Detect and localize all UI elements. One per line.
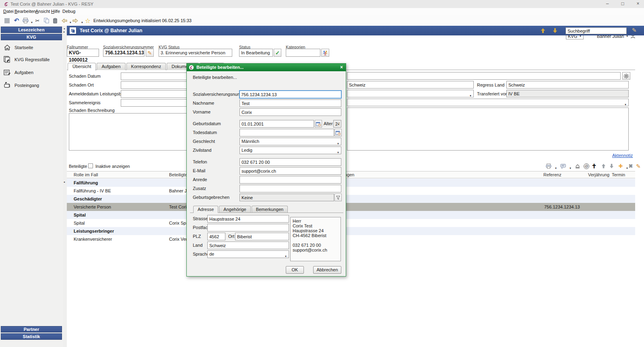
calendar-icon: [316, 121, 321, 127]
dlg-land-input[interactable]: [207, 242, 289, 249]
table-row[interactable]: Fallführung - IV BE Bahner Julian: [67, 187, 635, 195]
tab-uebersicht[interactable]: Übersicht: [68, 63, 96, 70]
geburtsdatum-calendar-button[interactable]: [315, 120, 322, 128]
sidebar-item-startseite[interactable]: Startseite: [3, 43, 33, 52]
table-bell-icon[interactable]: [574, 163, 581, 169]
table-note-caret-icon[interactable]: ▼: [567, 165, 574, 171]
inaktive-checkbox[interactable]: [88, 163, 93, 168]
tab-aufgaben[interactable]: Aufgaben: [97, 63, 125, 70]
sprache-dropdown[interactable]: de▼: [207, 250, 289, 258]
dlg-anrede-input[interactable]: [239, 176, 341, 184]
regress-land-input[interactable]: [506, 81, 629, 89]
sidebar: Lesezeichen KVG Startseite KVG Regressfä…: [0, 26, 63, 347]
svn-edit-button[interactable]: ✎: [146, 49, 154, 57]
table-row-group[interactable]: Geschädigter: [67, 195, 635, 203]
dlg-geschlecht-dropdown[interactable]: Männlich▼: [239, 138, 341, 145]
table-move-down-icon[interactable]: [608, 163, 615, 169]
maximize-button[interactable]: □: [615, 0, 630, 8]
kategorien-button[interactable]: [321, 49, 329, 57]
dlg-geburtsdatum-input[interactable]: [239, 120, 314, 128]
table-print-caret-icon[interactable]: ▼: [552, 165, 559, 171]
scroll-down-icon[interactable]: [553, 28, 557, 33]
table-note-icon[interactable]: [559, 163, 567, 169]
dialog-tab-adresse[interactable]: Adresse: [193, 206, 218, 213]
dlg-svn-input[interactable]: [239, 90, 342, 99]
beteiligte-table-header: Rolle im Fall Beteiligter Bemerkungen Re…: [67, 171, 635, 178]
sidebar-section-kvg[interactable]: KVG: [1, 34, 62, 40]
undo-icon[interactable]: ↶: [13, 17, 20, 24]
table-row-selected[interactable]: Versicherte Person Test Corix 756.1234.1…: [67, 203, 635, 211]
dialog-tab-bemerkungen[interactable]: Bemerkungen: [252, 206, 288, 213]
status-check-button[interactable]: ✓: [274, 49, 281, 57]
sidebar-item-aufgaben[interactable]: Aufgaben: [3, 68, 33, 76]
close-button[interactable]: ×: [630, 0, 644, 8]
todesdatum-calendar-button[interactable]: [334, 129, 342, 136]
col-beteiligter[interactable]: Beteiligter: [169, 172, 189, 177]
postfach-input[interactable]: [207, 224, 289, 231]
minimize-button[interactable]: –: [600, 0, 615, 8]
col-rolle-im-fall[interactable]: Rolle im Fall: [74, 172, 98, 177]
col-verjaehrung[interactable]: Verjährung: [588, 172, 609, 177]
ort-input[interactable]: [235, 233, 289, 240]
sidebar-section-lesezeichen[interactable]: Lesezeichen: [1, 27, 62, 33]
table-row-group[interactable]: Leistungserbringer: [67, 227, 635, 235]
dlg-vorname-input[interactable]: [239, 108, 341, 116]
favorite-star-icon[interactable]: ☆: [84, 17, 91, 24]
paste-icon[interactable]: [52, 17, 59, 24]
dlg-telefon-input[interactable]: [239, 158, 341, 166]
schaden-ort-label: Schaden Ort: [69, 83, 94, 87]
dlg-nachname-input[interactable]: [239, 99, 341, 107]
table-print-icon[interactable]: [545, 163, 552, 169]
geburtsgebrechen-filter-button[interactable]: [334, 194, 342, 201]
collapse-left-icon[interactable]: ◂: [64, 27, 65, 30]
tab-korrespondenz[interactable]: Korrespondenz: [126, 63, 166, 70]
sidebar-item-kvg-regressfaelle[interactable]: KVG Regressfälle: [3, 56, 50, 64]
right-dropdown-1[interactable]: ▼: [347, 90, 474, 97]
table-row[interactable]: Krankenversicherer Corix Versicherung: [67, 235, 635, 243]
table-delete-icon[interactable]: ✖: [627, 163, 634, 169]
dropdown-caret-icon: ▼: [285, 253, 287, 260]
table-row[interactable]: Spital Corix Spital: [67, 219, 635, 227]
table-move-up-icon[interactable]: [600, 163, 607, 169]
strasse-input[interactable]: [207, 215, 289, 223]
sidebar-item-posteingang[interactable]: Posteingang: [3, 81, 39, 89]
settings-button[interactable]: [622, 72, 630, 80]
cut-icon[interactable]: ✂: [34, 17, 41, 24]
cancel-button[interactable]: Abbrechen: [313, 266, 341, 274]
collapse-right-icon[interactable]: ▸: [64, 30, 65, 33]
ok-button[interactable]: OK: [286, 266, 304, 274]
land-input[interactable]: [347, 81, 474, 89]
right-top-input[interactable]: [347, 72, 621, 80]
sidebar-splitter[interactable]: ◂ ▸ ◂: [63, 26, 67, 347]
col-termin[interactable]: Termin: [612, 172, 625, 177]
dlg-zivilstand-dropdown[interactable]: Ledig▼: [239, 147, 341, 154]
sidebar-section-statistik[interactable]: Statistik: [1, 333, 62, 340]
regress-land-label: Regress Land: [477, 83, 505, 87]
home-icon: [3, 43, 11, 52]
tasks-icon: [3, 68, 11, 76]
right-textarea[interactable]: [347, 107, 629, 151]
table-row-group[interactable]: Spital: [67, 211, 635, 219]
search-input[interactable]: [566, 27, 627, 34]
plz-input[interactable]: [207, 233, 225, 240]
search-edit-icon[interactable]: ✎: [632, 27, 637, 33]
land-label: Land: [193, 243, 202, 248]
dlg-email-input[interactable]: [239, 167, 341, 175]
dialog-close-icon[interactable]: ×: [340, 64, 343, 70]
scroll-up-icon[interactable]: [541, 28, 545, 33]
splitter-handle-icon[interactable]: ◂: [64, 180, 65, 183]
dlg-todesdatum-input[interactable]: [239, 129, 334, 136]
right-dropdown-2[interactable]: ▼: [347, 99, 629, 106]
dialog-tab-angehoerige[interactable]: Angehörige: [219, 206, 250, 213]
aktennotiz-link[interactable]: Aktennotiz: [612, 153, 633, 158]
sidebar-section-partner[interactable]: Partner: [1, 326, 62, 333]
table-row-group[interactable]: Fallführung: [67, 179, 635, 187]
dlg-zusatz-input[interactable]: [239, 185, 341, 192]
table-email-icon[interactable]: @: [583, 163, 590, 169]
table-edit-icon[interactable]: ✎: [635, 163, 642, 169]
col-referenz[interactable]: Referenz: [543, 172, 561, 177]
save-icon[interactable]: [3, 17, 10, 24]
copy-icon[interactable]: [43, 17, 50, 24]
table-deceased-icon[interactable]: ✝: [590, 163, 598, 169]
menu-debug[interactable]: Debug: [60, 9, 77, 15]
